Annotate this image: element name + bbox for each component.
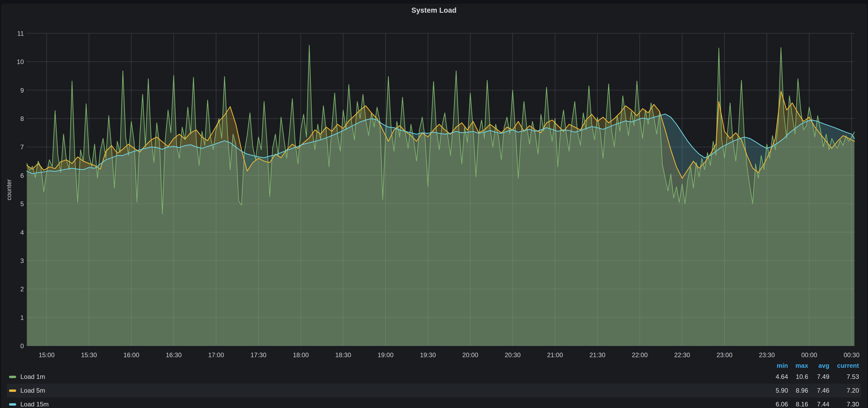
- series-area-load-15m: [27, 114, 854, 346]
- legend-header-row: min max avg current: [9, 362, 859, 370]
- y-tick-label: 11: [17, 30, 24, 37]
- series-swatch-load-5m: [9, 389, 16, 392]
- legend: min max avg current Load 1m 4.64 10.6 7.…: [9, 362, 859, 408]
- stat-avg: 7.49: [808, 373, 829, 380]
- x-tick-label: 00:30: [844, 351, 860, 359]
- x-tick-label: 16:00: [123, 351, 139, 359]
- legend-label[interactable]: Load 15m: [21, 401, 49, 408]
- y-tick-label: 4: [21, 229, 24, 236]
- legend-row-load-5m[interactable]: Load 5m 5.90 8.96 7.46 7.20: [7, 384, 861, 398]
- legend-label[interactable]: Load 1m: [21, 373, 45, 380]
- x-tick-label: 21:00: [547, 351, 563, 359]
- y-tick-label: 8: [21, 115, 24, 122]
- y-tick-label: 1: [21, 314, 24, 321]
- x-tick-label: 20:30: [505, 351, 521, 359]
- x-tick-label: 23:30: [759, 351, 775, 359]
- y-tick-label: 9: [21, 87, 24, 94]
- series-swatch-load-1m: [9, 376, 16, 378]
- stat-max: 10.6: [788, 373, 808, 380]
- stat-min: 5.90: [764, 387, 788, 394]
- y-tick-label: 2: [21, 285, 24, 293]
- stat-min: 4.64: [764, 373, 788, 380]
- x-axis-tick-labels: 15:0015:3016:0016:3017:0017:3018:0018:30…: [39, 351, 860, 359]
- y-axis-tick-labels: 01234567891011: [17, 30, 24, 349]
- legend-header-max[interactable]: max: [788, 362, 808, 369]
- stat-current: 7.53: [829, 373, 859, 380]
- x-tick-label: 16:30: [166, 351, 182, 359]
- stat-avg: 7.46: [808, 387, 829, 394]
- x-tick-label: 17:00: [208, 351, 224, 359]
- x-tick-label: 19:00: [378, 351, 394, 359]
- x-tick-label: 00:00: [801, 351, 817, 359]
- y-tick-label: 0: [21, 342, 24, 349]
- y-tick-label: 6: [21, 172, 24, 179]
- x-tick-label: 23:00: [716, 351, 733, 359]
- x-tick-label: 20:00: [462, 351, 478, 359]
- y-axis-title: counter: [5, 179, 12, 200]
- stat-avg: 7.44: [808, 401, 829, 408]
- graph-panel: System Load 01234567891011 15:0015:3016:…: [1, 4, 867, 408]
- stat-current: 7.20: [829, 387, 859, 394]
- x-tick-label: 21:30: [589, 351, 605, 359]
- y-tick-label: 10: [17, 58, 24, 65]
- stat-max: 8.96: [788, 387, 808, 394]
- legend-header-avg[interactable]: avg: [808, 362, 829, 369]
- y-tick-label: 5: [21, 200, 24, 207]
- x-tick-label: 19:30: [420, 351, 436, 359]
- y-tick-label: 3: [21, 257, 24, 264]
- legend-row-load-15m[interactable]: Load 15m 6.06 8.16 7.44 7.30: [9, 398, 859, 408]
- timeseries-chart[interactable]: 01234567891011 15:0015:3016:0016:3017:00…: [1, 4, 868, 360]
- x-tick-label: 15:00: [39, 351, 55, 359]
- x-tick-label: 17:30: [250, 351, 267, 359]
- legend-header-current[interactable]: current: [829, 362, 859, 369]
- x-tick-label: 15:30: [81, 351, 97, 359]
- series-swatch-load-15m: [9, 403, 16, 406]
- x-tick-label: 18:30: [335, 351, 351, 359]
- legend-label[interactable]: Load 5m: [21, 387, 45, 394]
- legend-header-min[interactable]: min: [764, 362, 788, 369]
- y-tick-label: 7: [21, 143, 24, 150]
- x-tick-label: 22:00: [632, 351, 648, 359]
- legend-row-load-1m[interactable]: Load 1m 4.64 10.6 7.49 7.53: [9, 370, 859, 384]
- x-tick-label: 18:00: [293, 351, 309, 359]
- x-tick-label: 22:30: [674, 351, 690, 359]
- stat-max: 8.16: [788, 401, 808, 408]
- stat-min: 6.06: [764, 401, 788, 408]
- stat-current: 7.30: [829, 401, 859, 408]
